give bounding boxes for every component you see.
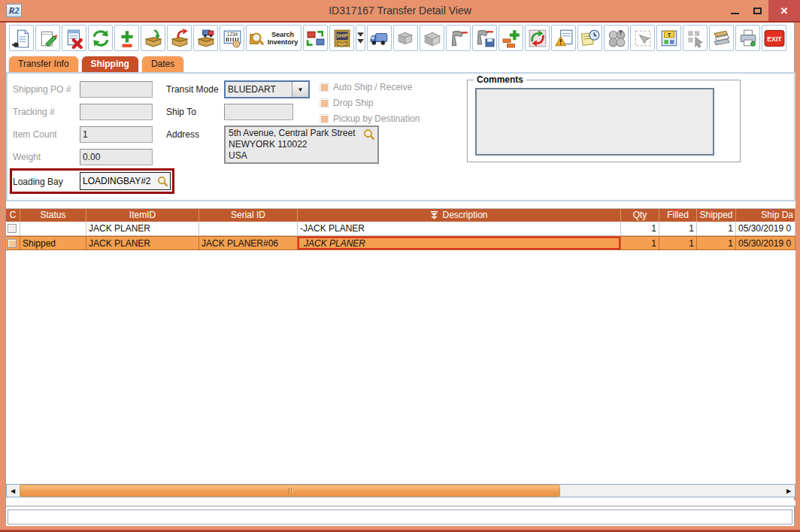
truck-button[interactable] — [367, 25, 392, 51]
shipping-po-field[interactable] — [80, 81, 153, 98]
status-bar — [8, 509, 792, 524]
auto-ship-receive-row: Auto Ship / Receive — [320, 81, 412, 93]
comments-groupbox: Comments — [467, 80, 741, 162]
col-header-status[interactable]: Status — [20, 209, 86, 222]
query-button[interactable]: ? — [604, 25, 629, 51]
scrollbar-track[interactable] — [19, 485, 783, 497]
attach-button[interactable] — [525, 25, 550, 51]
marquee-disabled-icon — [633, 28, 653, 49]
pickup-by-destination-label: Pickup by Destination — [333, 113, 420, 124]
col-header-serialid[interactable]: Serial ID — [199, 209, 298, 222]
exit-button[interactable]: EXIT — [762, 25, 786, 51]
col-header-qty[interactable]: Qty — [621, 209, 659, 222]
truck-icon — [370, 28, 389, 49]
search-inventory-icon — [248, 29, 265, 47]
comments-textarea[interactable] — [475, 88, 714, 156]
address-search-icon[interactable] — [363, 128, 375, 141]
close-icon: ✕ — [780, 5, 789, 17]
col-header-shipdate[interactable]: Ship Da — [736, 209, 795, 222]
tab-transfer-info[interactable]: Transfer Info — [8, 56, 79, 72]
drop-ship-checkbox[interactable] — [320, 98, 329, 107]
scroll-left-button[interactable]: ◀ — [7, 485, 19, 497]
ship-stamp-icon: SHIP — [332, 28, 352, 49]
exit-icon: EXIT — [764, 28, 785, 49]
pickup-by-destination-checkbox[interactable] — [320, 114, 329, 123]
row2-shipdate: 05/30/2019 0 — [736, 237, 795, 249]
ship-item-button[interactable] — [167, 25, 192, 51]
receive-item-button[interactable] — [141, 25, 165, 51]
scrollbar-thumb[interactable] — [20, 485, 560, 497]
svg-text:T: T — [667, 31, 671, 38]
arrow-left-icon: ◀ — [11, 488, 15, 494]
address-line-3: USA — [229, 150, 374, 162]
ship-stamp-button[interactable]: SHIP — [329, 25, 354, 51]
scanner-save-button[interactable] — [472, 25, 497, 51]
row2-checkbox[interactable] — [8, 239, 17, 248]
documents-stack-button[interactable] — [709, 25, 734, 51]
refresh-button[interactable] — [88, 25, 113, 51]
maximize-button[interactable] — [746, 0, 768, 21]
barcode-icon: 1234 — [223, 28, 242, 49]
col-header-shipped[interactable]: Shipped — [697, 209, 736, 222]
warning-document-icon — [554, 28, 574, 49]
transit-mode-dropdown[interactable]: BLUEDART ▼ — [224, 80, 310, 98]
row1-description: -JACK PLANER — [298, 222, 621, 235]
search-inventory-label: Search Inventory — [266, 31, 299, 46]
loading-bay-label: Loading Bay — [13, 174, 63, 190]
row1-itemid: JACK PLANER — [86, 222, 199, 235]
tab-shipping[interactable]: Shipping — [81, 56, 139, 72]
add-remove-icon — [117, 28, 137, 49]
delete-button[interactable] — [62, 25, 86, 51]
shipping-form-panel: Shipping PO # Tracking # Item Count 1 We… — [6, 72, 795, 201]
row1-qty: 1 — [621, 222, 659, 235]
row2-serialid: JACK PLANER#06 — [199, 237, 298, 249]
weight-field[interactable]: 0.00 — [80, 149, 153, 165]
scroll-right-button[interactable]: ▶ — [783, 485, 795, 497]
col-header-description[interactable]: Description — [298, 209, 621, 222]
auto-ship-receive-checkbox[interactable] — [320, 83, 329, 92]
loading-bay-field[interactable]: LOADINGBAY#2 — [80, 172, 171, 190]
tab-dates[interactable]: Dates — [141, 56, 184, 72]
transfer-button[interactable] — [193, 25, 218, 51]
print-button[interactable] — [735, 25, 760, 51]
item-count-field[interactable]: 1 — [80, 126, 153, 143]
col-header-itemid[interactable]: ItemID — [86, 209, 199, 222]
notes-history-button[interactable] — [577, 25, 602, 51]
loading-bay-search-icon[interactable] — [157, 176, 168, 187]
attach-arrows-icon — [528, 28, 547, 49]
row1-checkbox[interactable] — [8, 224, 17, 233]
window-title: ID317167 Transfer Detail View — [0, 0, 800, 21]
address-line-2: NEWYORK 110022 — [229, 139, 374, 150]
col-header-filled[interactable]: Filled — [659, 209, 697, 222]
transit-mode-arrow-button[interactable]: ▼ — [292, 82, 308, 97]
save-template-button[interactable]: T — [656, 25, 681, 51]
edit-button[interactable] — [35, 25, 60, 51]
row1-status — [20, 222, 86, 235]
close-button[interactable]: ✕ — [768, 0, 800, 21]
grid-row-1[interactable]: JACK PLANER -JACK PLANER 1 1 1 05/30/201… — [6, 222, 795, 236]
swap-boxes-icon — [306, 28, 326, 49]
grid-row-2[interactable]: Shipped JACK PLANER JACK PLANER#06 JACK … — [6, 236, 795, 250]
fault-report-button[interactable] — [551, 25, 576, 51]
box-disabled-icon — [423, 28, 442, 49]
address-field[interactable]: 5th Avenue, Central Park Street NEWYORK … — [224, 125, 379, 164]
scanner-button[interactable] — [446, 25, 471, 51]
tracking-field[interactable] — [80, 104, 153, 120]
ship-to-label: Ship To — [166, 104, 196, 120]
ship-box-icon — [170, 28, 189, 49]
ship-to-field[interactable] — [224, 104, 293, 120]
svg-text:SHIP: SHIP — [336, 32, 348, 38]
section-divider — [6, 201, 795, 209]
transit-mode-label: Transit Mode — [166, 81, 219, 98]
search-inventory-button[interactable]: Search Inventory — [246, 25, 302, 51]
ship-options-dropdown[interactable] — [356, 25, 365, 51]
add-components-button[interactable] — [498, 25, 523, 51]
swap-boxes-button[interactable] — [303, 25, 328, 51]
transit-mode-value: BLUEDART — [226, 82, 292, 97]
col-header-check[interactable]: C — [6, 209, 20, 222]
minimize-button[interactable] — [723, 0, 746, 21]
barcode-button[interactable]: 1234 — [220, 25, 244, 51]
add-remove-button[interactable] — [114, 25, 139, 51]
refresh-icon — [91, 28, 111, 49]
new-document-button[interactable] — [9, 25, 34, 51]
